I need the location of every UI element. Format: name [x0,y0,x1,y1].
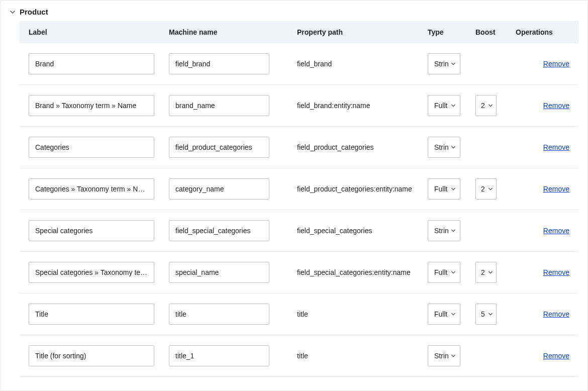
type-select[interactable]: Strin [428,53,460,74]
table-row: field_special_categoriesStrinRemove [20,210,578,252]
type-select-value: Strin [434,60,449,68]
boost-select[interactable]: 2 [475,178,497,200]
label-input[interactable] [29,53,154,74]
type-select[interactable]: Fullt [428,304,460,325]
table-row: field_brand:entity:nameFullt2Remove [20,85,578,127]
machine-name-input[interactable] [169,304,269,325]
chevron-down-icon [451,103,456,108]
table-row: field_product_categoriesStrinRemove [20,127,578,168]
property-path: field_product_categories [297,143,374,151]
machine-name-input[interactable] [169,137,269,158]
property-path: field_brand:entity:name [297,102,370,110]
section-toggle[interactable]: Product [1,1,587,21]
machine-name-input[interactable] [169,345,269,366]
label-input[interactable] [29,220,154,241]
type-select-value: Fullt [434,185,447,193]
property-path: field_product_categories:entity:name [297,185,412,193]
label-input[interactable] [29,262,154,283]
machine-name-input[interactable] [169,95,269,116]
col-header-label: Label [20,21,163,43]
label-input[interactable] [29,345,154,366]
property-path: field_special_categories:entity:name [297,268,411,276]
chevron-down-icon [488,312,493,317]
table-row: titleStrinRemove [20,335,578,377]
remove-link[interactable]: Remove [543,143,569,151]
section-title: Product [20,8,48,16]
property-path: field_brand [297,60,332,68]
chevron-down-icon [488,103,493,108]
type-select-value: Strin [434,227,449,235]
table-row: field_special_categories:entity:nameFull… [20,252,578,294]
type-select[interactable]: Fullt [428,262,460,283]
chevron-down-icon [451,145,456,150]
remove-link[interactable]: Remove [543,185,569,193]
table-row: titleFullt5Remove [20,294,578,335]
remove-link[interactable]: Remove [543,310,569,318]
table-row: field_brandStrinRemove [20,43,578,85]
fields-table-wrap: Label Machine name Property path Type Bo… [1,21,587,386]
remove-link[interactable]: Remove [543,102,569,110]
property-path: title [297,310,308,318]
remove-link[interactable]: Remove [543,268,569,276]
col-header-machine: Machine name [163,21,291,43]
type-select-value: Fullt [434,268,447,276]
remove-link[interactable]: Remove [543,352,569,360]
chevron-down-icon [10,9,16,15]
fields-table: Label Machine name Property path Type Bo… [20,21,578,377]
type-select[interactable]: Strin [428,345,460,366]
chevron-down-icon [451,228,456,233]
boost-select[interactable]: 2 [475,95,497,116]
label-input[interactable] [29,178,154,200]
type-select-value: Fullt [434,102,447,110]
type-select[interactable]: Fullt [428,95,460,116]
boost-select-value: 2 [481,185,485,193]
type-select-value: Strin [434,352,449,360]
col-header-type: Type [422,21,469,43]
boost-select-value: 5 [481,310,485,318]
property-path: title [297,352,308,360]
type-select[interactable]: Strin [428,137,460,158]
product-fields-panel: Product Label Machine name Property path… [0,0,588,391]
col-header-path: Property path [291,21,422,43]
col-header-boost: Boost [469,21,510,43]
machine-name-input[interactable] [169,178,269,200]
type-select-value: Fullt [434,310,447,318]
chevron-down-icon [488,270,493,275]
boost-select[interactable]: 5 [475,304,497,325]
remove-link[interactable]: Remove [543,227,569,235]
type-select[interactable]: Fullt [428,178,460,200]
remove-link[interactable]: Remove [543,60,569,68]
label-input[interactable] [29,137,154,158]
col-header-ops: Operations [510,21,578,43]
table-row: field_product_categories:entity:nameFull… [20,168,578,210]
label-input[interactable] [29,95,154,116]
machine-name-input[interactable] [169,53,269,74]
boost-select-value: 2 [481,102,485,110]
table-header-row: Label Machine name Property path Type Bo… [20,21,578,43]
chevron-down-icon [451,312,456,317]
property-path: field_special_categories [297,227,372,235]
machine-name-input[interactable] [169,262,269,283]
machine-name-input[interactable] [169,220,269,241]
chevron-down-icon [451,61,456,66]
chevron-down-icon [451,270,456,275]
chevron-down-icon [451,186,456,191]
boost-select[interactable]: 2 [475,262,497,283]
chevron-down-icon [488,186,493,191]
chevron-down-icon [451,353,456,358]
boost-select-value: 2 [481,268,485,276]
label-input[interactable] [29,304,154,325]
type-select-value: Strin [434,143,449,151]
type-select[interactable]: Strin [428,220,460,241]
